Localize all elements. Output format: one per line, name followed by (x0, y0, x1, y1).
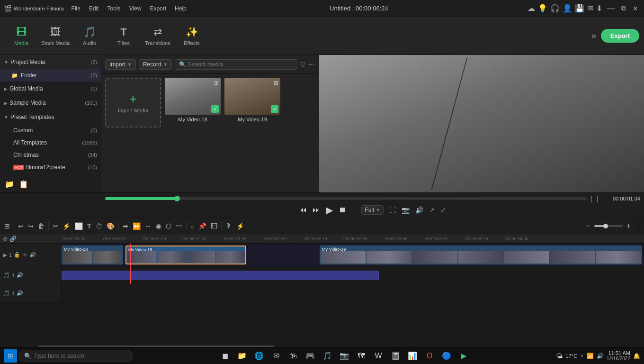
taskbar-app-icon[interactable]: ▶ (456, 348, 472, 364)
menu-tools[interactable]: Tools (104, 4, 125, 13)
play-btn[interactable]: ▶ (326, 204, 333, 216)
audio-vol-icon[interactable]: 🔊 (17, 272, 23, 278)
taskbar-instagram-icon[interactable]: 📷 (336, 348, 352, 364)
sidebar-item-all-templates[interactable]: All Templates (1086) (0, 136, 101, 149)
sidebar-item-global-media[interactable]: ▶ Global Media (0) (0, 82, 101, 96)
preview-volume-icon[interactable]: 🔊 (415, 206, 423, 214)
noise-btn[interactable]: 〰 (174, 221, 184, 231)
undo-btn[interactable]: ↩ (17, 221, 25, 231)
taskbar-chrome-icon[interactable]: 🔵 (438, 348, 455, 364)
step-back-btn[interactable]: ⏭ (313, 206, 320, 214)
prev-frame-btn[interactable]: ⏮ (299, 206, 307, 214)
grid-btn[interactable]: ⊞ (3, 221, 11, 231)
taskbar-search[interactable]: 🔍 (19, 350, 133, 362)
close-btn[interactable]: ✕ (631, 5, 640, 12)
taskbar-spotify-icon[interactable]: 🎵 (319, 348, 335, 364)
zoom-slider[interactable] (594, 225, 623, 227)
grid-options-icon[interactable]: ⋯ (308, 61, 315, 68)
transform-btn[interactable]: ↔ (143, 221, 153, 231)
timer-btn[interactable]: ⏱ (94, 221, 104, 231)
mail-icon[interactable]: ✉ (587, 4, 593, 13)
video18-thumb[interactable]: ⊞ ✓ My Video-18 (165, 78, 221, 127)
import-placeholder-thumb[interactable]: + Import Media (105, 78, 161, 127)
toolbar-item-titles[interactable]: T Titles (107, 19, 140, 53)
color-btn[interactable]: 🎨 (105, 221, 116, 231)
sidebar-item-filmora12[interactable]: HOT filmora12create (10) (0, 161, 101, 173)
preview-share-icon[interactable]: ↗ (429, 206, 435, 214)
clip-video19[interactable]: My Video-19 (320, 246, 642, 264)
add-track-icon[interactable]: ⊕ (3, 236, 8, 242)
toolbar-item-audio[interactable]: 🎵 Audio (73, 19, 106, 53)
motion-btn[interactable]: ➡ (121, 221, 130, 231)
sidebar-item-custom[interactable]: Custom (0) (0, 124, 101, 136)
zoom-in-btn[interactable]: + (625, 222, 633, 230)
search-input[interactable] (188, 61, 293, 68)
video19-thumb[interactable]: ⊞ ✓ My Video-19 (224, 78, 280, 127)
download-icon[interactable]: ⬇ (596, 4, 602, 13)
filter-icon[interactable]: ▽ (300, 61, 305, 68)
redo-btn[interactable]: ↪ (27, 221, 35, 231)
save-icon[interactable]: 💾 (575, 4, 584, 13)
bulb-icon[interactable]: 💡 (538, 4, 547, 13)
menu-edit[interactable]: Edit (85, 4, 103, 13)
delete-btn[interactable]: 🗑 (36, 221, 46, 231)
taskbar-ppt-icon[interactable]: 📊 (404, 348, 420, 364)
film-strip-btn[interactable]: 🎞 (209, 221, 219, 231)
sidebar-item-preset-templates[interactable]: ▼ Preset Templates (0, 110, 101, 124)
taskbar-network-icon[interactable]: 📶 (587, 353, 594, 359)
export-button[interactable]: Export (601, 29, 639, 43)
avatar-icon[interactable]: 👤 (563, 4, 572, 13)
sidebar-item-sample-media[interactable]: ▶ Sample Media (101) (0, 96, 101, 110)
toolbar-item-stock[interactable]: 🖼 Stock Media (39, 19, 72, 53)
snap-btn[interactable]: 📌 (197, 221, 208, 231)
headphone-icon[interactable]: 🎧 (550, 4, 560, 13)
preview-resize-icon[interactable]: ⤢ (440, 206, 446, 214)
blend-btn[interactable]: ⬡ (164, 221, 173, 231)
slider-thumb[interactable] (174, 196, 180, 201)
start-button[interactable]: ⊞ (4, 349, 17, 363)
clip-video18-pre[interactable]: My Video-18 (62, 246, 123, 264)
taskbar-notification-icon[interactable]: 🔔 (633, 353, 640, 359)
taskbar-explorer-icon[interactable]: 📁 (234, 348, 250, 364)
mic-btn[interactable]: 🎙 (224, 221, 233, 231)
text-btn[interactable]: T (86, 221, 93, 231)
clipboard-icon[interactable]: 📋 (19, 180, 28, 189)
video-track-vol-icon[interactable]: 🔊 (29, 252, 36, 258)
split-btn[interactable]: ⚡ (61, 221, 72, 231)
taskbar-search-input[interactable] (34, 353, 127, 359)
import-button[interactable]: Import ▼ (105, 59, 136, 70)
zoom-out-btn[interactable]: − (584, 222, 592, 230)
taskbar-mail-icon[interactable]: ✉ (268, 348, 284, 364)
menu-export[interactable]: Export (146, 4, 170, 13)
sidebar-item-project-media[interactable]: ▼ Project Media (2) (0, 55, 101, 69)
record-button[interactable]: Record ▼ (139, 59, 172, 70)
sidebar-item-christmas[interactable]: Christmas (34) (0, 149, 101, 161)
link-icon[interactable]: 🔗 (9, 236, 17, 242)
taskbar-edge-icon[interactable]: 🌐 (251, 348, 267, 364)
preview-fullscreen-icon[interactable]: ⛶ (389, 206, 396, 214)
taskbar-opera-icon[interactable]: O (421, 348, 438, 364)
taskbar-up-arrow[interactable]: ∧ (580, 353, 584, 359)
zoom-selector[interactable]: Full ▼ (361, 205, 383, 215)
zoom-thumb[interactable] (603, 224, 608, 228)
menu-help[interactable]: Help (171, 4, 190, 13)
mask-btn[interactable]: ◉ (154, 221, 163, 231)
toolbar-item-effects[interactable]: ✨ Effects (175, 19, 208, 53)
new-folder-icon[interactable]: 📁 (5, 180, 14, 189)
preview-camera-icon[interactable]: 📷 (402, 206, 410, 214)
slider-container[interactable] (105, 197, 587, 200)
crop-btn[interactable]: ⬜ (73, 221, 84, 231)
music-vol-icon[interactable]: 🔊 (17, 290, 23, 296)
taskbar-store-icon[interactable]: 🛍 (285, 348, 301, 364)
minimize-btn[interactable]: — (605, 4, 617, 13)
toolbar-item-media[interactable]: 🎞 Media (5, 19, 38, 53)
stop-btn[interactable]: ⏹ (339, 206, 346, 214)
search-box[interactable]: 🔍 (175, 59, 297, 70)
menu-file[interactable]: File (68, 4, 84, 13)
taskbar-maps-icon[interactable]: 🗺 (353, 348, 369, 364)
maximize-btn[interactable]: ⧉ (619, 4, 628, 12)
ai-btn[interactable]: ⚡ (235, 221, 246, 231)
taskbar-xbox-icon[interactable]: 🎮 (302, 348, 318, 364)
taskbar-onenote-icon[interactable]: 📓 (387, 348, 403, 364)
taskbar-weather-icon[interactable]: 🌤 (556, 352, 563, 360)
